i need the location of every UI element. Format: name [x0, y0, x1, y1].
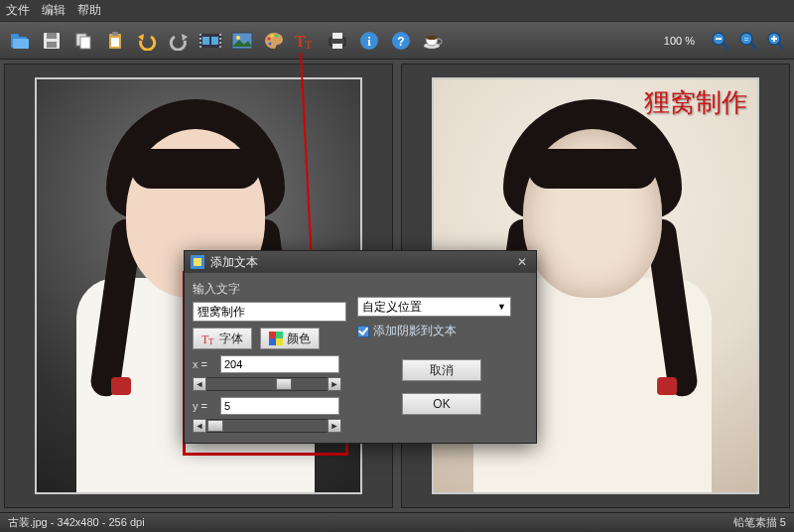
copy-icon — [73, 31, 93, 51]
svg-text:?: ? — [397, 35, 404, 49]
y-label: y = — [193, 400, 214, 412]
svg-point-23 — [236, 36, 240, 40]
menu-edit[interactable]: 编辑 — [42, 2, 66, 19]
color-button[interactable]: 颜色 — [260, 328, 320, 349]
menubar: 文件 编辑 帮助 — [0, 0, 794, 22]
svg-rect-53 — [269, 332, 276, 338]
y-slider-right[interactable]: ► — [328, 419, 341, 433]
watermark-text: 狸窝制作 — [644, 85, 747, 120]
svg-rect-5 — [47, 42, 57, 48]
zoom-label: 100 % — [664, 35, 695, 47]
zoom-reset-icon: = — [738, 31, 758, 51]
svg-point-24 — [267, 37, 270, 40]
y-input[interactable] — [220, 397, 339, 415]
svg-rect-2 — [13, 39, 29, 49]
svg-rect-17 — [199, 46, 201, 48]
svg-rect-15 — [199, 38, 201, 40]
print-button[interactable] — [324, 27, 351, 55]
info-icon: i — [359, 31, 379, 51]
text-icon: TT — [295, 31, 317, 51]
svg-point-26 — [275, 34, 278, 37]
image-adjust-button[interactable] — [228, 27, 256, 55]
ok-button[interactable]: OK — [402, 393, 481, 415]
dialog-titlebar[interactable]: 添加文本 ✕ — [185, 251, 536, 273]
undo-icon — [136, 31, 158, 51]
input-text-label: 输入文字 — [193, 281, 351, 298]
svg-line-40 — [723, 43, 728, 49]
zoom-out-button[interactable] — [709, 29, 732, 53]
svg-text:T: T — [305, 38, 313, 51]
copy-button[interactable] — [69, 27, 97, 55]
svg-point-27 — [268, 42, 271, 45]
undo-button[interactable] — [133, 27, 161, 55]
svg-point-38 — [426, 36, 438, 40]
position-select[interactable]: 自定义位置 ▼ — [357, 297, 511, 317]
print-icon — [327, 31, 348, 51]
shadow-label: 添加阴影到文本 — [373, 323, 457, 339]
toolbar: TT i ? 100 % = — [0, 22, 794, 60]
y-slider-left[interactable]: ◄ — [193, 419, 206, 433]
x-slider-left[interactable]: ◄ — [193, 377, 206, 391]
zoom-in-button[interactable] — [764, 29, 788, 53]
text-button[interactable]: TT — [292, 27, 320, 55]
coffee-icon — [422, 31, 444, 51]
dialog-title: 添加文本 — [210, 254, 258, 271]
y-slider[interactable]: ◄ ► — [193, 419, 341, 433]
status-right: 铅笔素描 5 — [733, 515, 786, 530]
save-button[interactable] — [38, 27, 66, 55]
svg-rect-7 — [80, 37, 90, 49]
cancel-button[interactable]: 取消 — [402, 359, 481, 381]
add-text-dialog: 添加文本 ✕ 输入文字 TT 字体 颜色 x = ◄ — [184, 250, 537, 444]
menu-file[interactable]: 文件 — [6, 2, 30, 19]
info-button[interactable]: i — [355, 27, 383, 55]
svg-rect-21 — [219, 46, 221, 48]
paste-button[interactable] — [101, 27, 129, 55]
svg-rect-55 — [269, 338, 276, 345]
svg-rect-19 — [219, 38, 221, 40]
help-icon: ? — [391, 31, 411, 51]
svg-rect-10 — [111, 38, 119, 47]
svg-text:i: i — [367, 34, 371, 49]
svg-rect-54 — [276, 332, 283, 338]
help-button[interactable]: ? — [387, 27, 415, 55]
x-slider[interactable]: ◄ ► — [193, 377, 341, 391]
svg-rect-20 — [219, 42, 221, 44]
svg-rect-18 — [219, 34, 221, 36]
svg-rect-12 — [202, 37, 209, 45]
x-label: x = — [193, 358, 214, 370]
menu-help[interactable]: 帮助 — [77, 2, 101, 19]
svg-rect-56 — [276, 338, 283, 345]
svg-rect-50 — [194, 258, 201, 266]
text-input[interactable] — [193, 302, 346, 322]
zoom-in-icon — [766, 31, 786, 51]
image-adjust-icon — [231, 32, 253, 50]
x-slider-right[interactable]: ► — [328, 377, 341, 391]
palette-button[interactable] — [260, 27, 288, 55]
x-input[interactable] — [220, 355, 339, 373]
svg-rect-1 — [11, 34, 19, 39]
shadow-checkbox-row[interactable]: 添加阴影到文本 — [357, 323, 526, 339]
svg-point-25 — [270, 34, 273, 37]
paste-icon — [105, 31, 125, 51]
film-button[interactable] — [197, 27, 224, 55]
svg-rect-13 — [211, 37, 218, 45]
svg-rect-16 — [199, 42, 201, 44]
zoom-reset-button[interactable]: = — [736, 29, 760, 53]
dialog-icon — [191, 255, 204, 269]
redo-button[interactable] — [165, 27, 193, 55]
statusbar: 古装.jpg - 342x480 - 256 dpi 铅笔素描 5 — [0, 512, 794, 532]
svg-rect-32 — [332, 44, 342, 49]
svg-rect-4 — [47, 33, 57, 39]
shadow-checkbox[interactable] — [357, 326, 369, 337]
palette-icon — [263, 31, 285, 51]
save-icon — [42, 31, 62, 51]
film-icon — [198, 32, 222, 50]
svg-line-46 — [778, 43, 784, 49]
svg-rect-31 — [332, 33, 342, 39]
svg-rect-9 — [112, 32, 118, 36]
dialog-close-button[interactable]: ✕ — [514, 255, 530, 269]
coffee-button[interactable] — [419, 27, 447, 55]
open-folder-icon — [9, 31, 31, 51]
open-button[interactable] — [6, 27, 34, 55]
font-button[interactable]: TT 字体 — [193, 328, 252, 349]
